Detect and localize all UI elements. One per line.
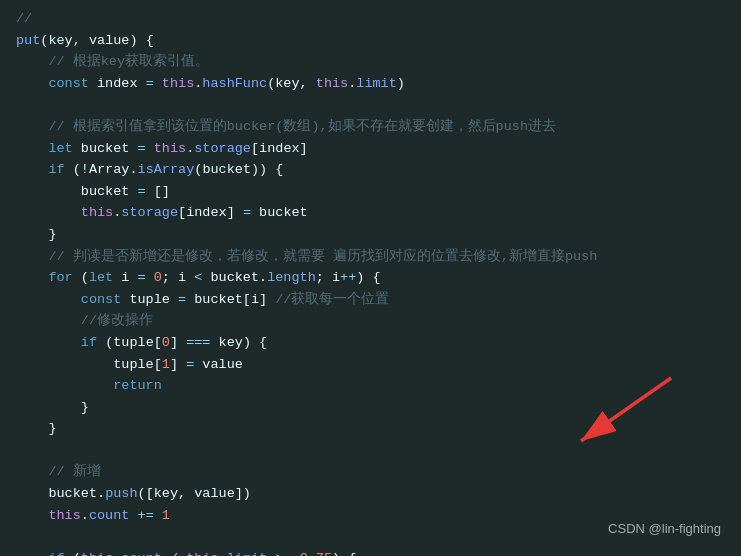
- line-1: //: [16, 8, 725, 30]
- line-7: let bucket = this.storage[index]: [16, 138, 725, 160]
- line-26: if (this.count / this.limit >= 0.75) {: [16, 548, 725, 556]
- line-10: this.storage[index] = bucket: [16, 202, 725, 224]
- line-12: // 判读是否新增还是修改，若修改，就需要 遍历找到对应的位置去修改,新增直接p…: [16, 246, 725, 268]
- line-15: //修改操作: [16, 310, 725, 332]
- red-arrow: [551, 373, 681, 461]
- line-9: bucket = []: [16, 181, 725, 203]
- line-8: if (!Array.isArray(bucket)) {: [16, 159, 725, 181]
- line-17: tuple[1] = value: [16, 354, 725, 376]
- code-editor: // put(key, value) { // 根据key获取索引值。 cons…: [0, 0, 741, 556]
- line-11: }: [16, 224, 725, 246]
- line-16: if (tuple[0] === key) {: [16, 332, 725, 354]
- line-14: const tuple = bucket[i] //获取每一个位置: [16, 289, 725, 311]
- line-13: for (let i = 0; i < bucket.length; i++) …: [16, 267, 725, 289]
- line-23: bucket.push([key, value]): [16, 483, 725, 505]
- line-5: [16, 94, 725, 116]
- line-22: // 新增: [16, 461, 725, 483]
- svg-line-1: [581, 378, 671, 441]
- line-3: // 根据key获取索引值。: [16, 51, 725, 73]
- line-4: const index = this.hashFunc(key, this.li…: [16, 73, 725, 95]
- line-6: // 根据索引值拿到该位置的bucker(数组),如果不存在就要创建，然后pus…: [16, 116, 725, 138]
- line-2: put(key, value) {: [16, 30, 725, 52]
- watermark: CSDN @lin-fighting: [608, 519, 721, 540]
